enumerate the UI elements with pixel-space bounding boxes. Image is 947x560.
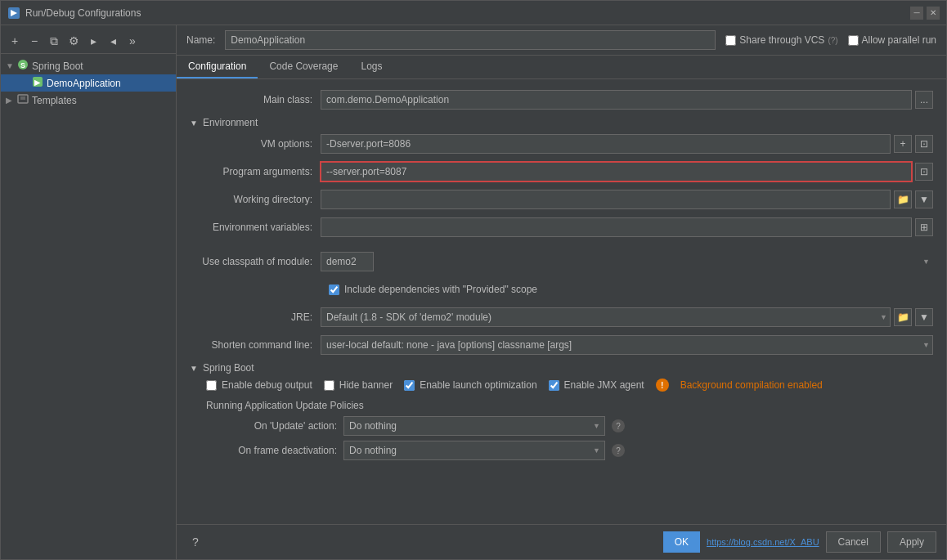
on-frame-help-icon[interactable]: ? [612, 444, 625, 457]
main-class-input[interactable] [321, 90, 912, 110]
on-frame-select-wrapper: Do nothing [343, 441, 605, 460]
tab-code-coverage[interactable]: Code Coverage [258, 56, 349, 78]
springboot-checkboxes: Enable debug output Hide banner Enable l… [190, 379, 933, 392]
on-frame-select[interactable]: Do nothing [343, 441, 605, 460]
working-dir-input[interactable] [321, 190, 891, 209]
jre-browse-button[interactable]: 📁 [894, 308, 912, 326]
on-frame-row: On frame deactivation: Do nothing ? [206, 441, 933, 460]
apply-button[interactable]: Apply [887, 531, 936, 553]
include-deps-checkbox-row: Include dependencies with "Provided" sco… [329, 284, 537, 295]
main-class-row: Main class: ... [190, 89, 933, 110]
jmx-agent-checkbox[interactable] [549, 380, 559, 391]
vm-options-input[interactable] [321, 134, 891, 154]
minimize-button[interactable]: ─ [910, 7, 923, 20]
jmx-agent-label: Enable JMX agent [564, 379, 644, 391]
help-button[interactable]: ? [186, 533, 204, 551]
cancel-button[interactable]: Cancel [826, 531, 881, 553]
launch-opt-label: Enable launch optimization [420, 379, 536, 391]
classpath-control: demo2 [321, 252, 933, 271]
update-policies-label: Running Application Update Policies [206, 400, 933, 411]
remove-config-button[interactable]: − [25, 32, 43, 50]
classpath-select[interactable]: demo2 [321, 252, 374, 271]
shorten-cmd-select-wrapper: user-local default: none - java [options… [321, 335, 933, 355]
environment-header: ▼ Environment [190, 117, 933, 128]
window-controls: ─ ✕ [910, 7, 940, 20]
jre-control: Default (1.8 - SDK of 'demo2' module) 📁 … [321, 307, 933, 327]
on-update-row: On 'Update' action: Do nothing ? [206, 416, 933, 436]
name-input[interactable] [225, 30, 716, 50]
env-vars-input[interactable] [321, 217, 912, 237]
close-button[interactable]: ✕ [927, 7, 940, 20]
share-vcs-checkbox[interactable] [725, 35, 736, 46]
working-dir-browse-button[interactable]: 📁 [894, 190, 912, 208]
working-dir-label: Working directory: [190, 194, 321, 205]
launch-opt-row: Enable launch optimization [404, 379, 536, 391]
program-args-fullscreen-button[interactable]: ⊡ [915, 163, 933, 181]
parallel-run-label: Allow parallel run [862, 34, 936, 46]
classpath-label: Use classpath of module: [190, 256, 321, 267]
add-config-button[interactable]: + [6, 32, 24, 50]
include-deps-checkbox[interactable] [329, 284, 339, 295]
settings-config-button[interactable]: ⚙ [65, 32, 83, 50]
svg-text:S: S [20, 61, 25, 69]
copy-config-button[interactable]: ⧉ [45, 32, 63, 50]
expand-config-button[interactable]: ▸ [84, 32, 102, 50]
jre-select[interactable]: Default (1.8 - SDK of 'demo2' module) [321, 307, 891, 327]
demoapp-icon: ▶ [32, 76, 43, 90]
program-args-row: Program arguments: ⊡ [190, 161, 933, 182]
jre-select-wrapper: Default (1.8 - SDK of 'demo2' module) [321, 307, 891, 327]
share-vcs-label: Share through VCS [739, 34, 824, 46]
spacer1 [190, 244, 933, 251]
launch-opt-checkbox[interactable] [404, 380, 415, 391]
jre-dropdown-button[interactable]: ▼ [915, 308, 933, 326]
bg-compilation-warning-icon: ! [656, 379, 669, 392]
environment-label: Environment [203, 117, 258, 128]
program-args-control: ⊡ [321, 162, 933, 181]
env-vars-browse-button[interactable]: ⊞ [915, 218, 933, 236]
include-deps-label: Include dependencies with "Provided" sco… [344, 284, 537, 295]
svg-text:▶: ▶ [34, 78, 41, 87]
vm-options-row: VM options: + ⊡ [190, 133, 933, 155]
on-update-label: On 'Update' action: [206, 420, 337, 432]
debug-output-row: Enable debug output [206, 379, 312, 391]
vm-options-expand-button[interactable]: + [894, 135, 912, 153]
sidebar-item-springboot[interactable]: ▼ S Spring Boot [1, 57, 176, 74]
program-args-input[interactable] [321, 162, 912, 181]
sidebar-item-templates[interactable]: ▶ Templates [1, 92, 176, 109]
sidebar-tree: ▼ S Spring Boot ▶ [1, 54, 176, 556]
shorten-cmd-select[interactable]: user-local default: none - java [options… [321, 335, 933, 355]
bg-compilation-label: Background compilation enabled [680, 379, 823, 391]
parallel-run-checkbox[interactable] [848, 35, 859, 46]
jmx-row: Enable JMX agent [549, 379, 644, 391]
vm-options-label: VM options: [190, 138, 321, 150]
collapse-config-button[interactable]: ◂ [104, 32, 122, 50]
springboot-section-label: Spring Boot [203, 362, 254, 374]
include-deps-row: Include dependencies with "Provided" sco… [190, 279, 933, 300]
program-args-label: Program arguments: [190, 166, 321, 177]
vm-options-fullscreen-button[interactable]: ⊡ [915, 135, 933, 153]
vm-options-control: + ⊡ [321, 134, 933, 154]
url-hint: https://blog.csdn.net/X_ABU [707, 537, 819, 547]
on-update-help-icon[interactable]: ? [612, 419, 625, 432]
main-class-label: Main class: [190, 94, 321, 105]
main-class-control: ... [321, 90, 933, 110]
share-checkbox-row: Share through VCS (?) Allow parallel run [725, 34, 936, 46]
update-policies-section: Running Application Update Policies On '… [190, 400, 933, 460]
env-vars-row: Environment variables: ⊞ [190, 217, 933, 238]
classpath-row: Use classpath of module: demo2 [190, 251, 933, 272]
tab-configuration[interactable]: Configuration [177, 56, 258, 78]
more-config-button[interactable]: » [123, 32, 141, 50]
springboot-arrow-icon: ▼ [6, 61, 17, 70]
environment-arrow-icon: ▼ [190, 119, 198, 128]
debug-output-checkbox[interactable] [206, 380, 217, 391]
main-class-browse-button[interactable]: ... [915, 91, 933, 109]
working-dir-dropdown-button[interactable]: ▼ [915, 190, 933, 208]
jre-row: JRE: Default (1.8 - SDK of 'demo2' modul… [190, 307, 933, 328]
tab-logs[interactable]: Logs [349, 56, 393, 78]
title-bar: Run/Debug Configurations ─ ✕ [1, 1, 946, 25]
jre-label: JRE: [190, 311, 321, 323]
hide-banner-checkbox[interactable] [324, 380, 334, 391]
ok-button[interactable]: OK [663, 531, 700, 553]
on-update-select[interactable]: Do nothing [343, 416, 605, 436]
sidebar-item-demoapplication[interactable]: ▶ DemoApplication [1, 74, 176, 92]
